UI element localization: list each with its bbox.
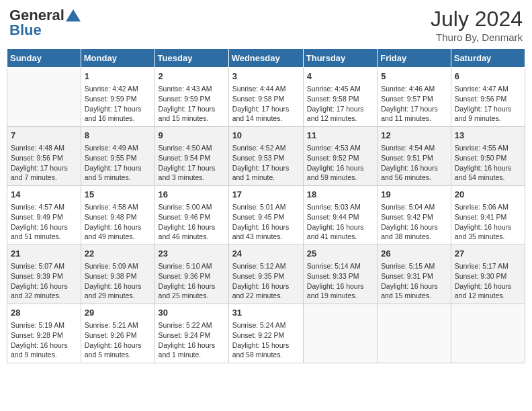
calendar-cell: 31Sunrise: 5:24 AMSunset: 9:22 PMDayligh…: [228, 304, 303, 363]
day-number: 17: [232, 189, 300, 201]
day-number: 14: [11, 189, 77, 201]
day-number: 3: [232, 71, 300, 83]
calendar-cell: 19Sunrise: 5:04 AMSunset: 9:42 PMDayligh…: [378, 186, 451, 245]
logo-blue: Blue: [9, 21, 42, 39]
day-info: Sunrise: 5:04 AMSunset: 9:42 PMDaylight:…: [381, 202, 447, 242]
day-number: 27: [455, 248, 521, 260]
week-row-1: 1Sunrise: 4:42 AMSunset: 9:59 PMDaylight…: [7, 68, 525, 127]
weekday-header-row: SundayMondayTuesdayWednesdayThursdayFrid…: [7, 49, 525, 68]
page-header: General Blue July 2024 Thuro By, Denmark: [7, 7, 525, 43]
day-number: 7: [11, 130, 77, 142]
day-info: Sunrise: 5:14 AMSunset: 9:33 PMDaylight:…: [307, 261, 373, 301]
location-subtitle: Thuro By, Denmark: [431, 32, 523, 43]
calendar-cell: 2Sunrise: 4:43 AMSunset: 9:59 PMDaylight…: [154, 68, 228, 127]
day-info: Sunrise: 5:24 AMSunset: 9:22 PMDaylight:…: [232, 320, 300, 360]
calendar-cell: 12Sunrise: 4:54 AMSunset: 9:51 PMDayligh…: [378, 127, 451, 186]
day-number: 25: [307, 248, 373, 260]
logo: General Blue: [9, 7, 81, 39]
calendar-cell: 1Sunrise: 4:42 AMSunset: 9:59 PMDaylight…: [81, 68, 154, 127]
day-info: Sunrise: 5:10 AMSunset: 9:36 PMDaylight:…: [159, 261, 225, 301]
day-info: Sunrise: 5:21 AMSunset: 9:26 PMDaylight:…: [85, 320, 151, 360]
day-info: Sunrise: 4:42 AMSunset: 9:59 PMDaylight:…: [85, 84, 151, 124]
day-info: Sunrise: 4:47 AMSunset: 9:56 PMDaylight:…: [455, 84, 521, 124]
weekday-header-saturday: Saturday: [451, 49, 525, 68]
calendar-cell: [303, 304, 377, 363]
weekday-header-sunday: Sunday: [7, 49, 81, 68]
day-info: Sunrise: 4:55 AMSunset: 9:50 PMDaylight:…: [455, 143, 521, 183]
week-row-3: 14Sunrise: 4:57 AMSunset: 9:49 PMDayligh…: [7, 186, 525, 245]
calendar-cell: 22Sunrise: 5:09 AMSunset: 9:38 PMDayligh…: [81, 245, 154, 304]
calendar-cell: 15Sunrise: 4:58 AMSunset: 9:48 PMDayligh…: [81, 186, 154, 245]
calendar-cell: 3Sunrise: 4:44 AMSunset: 9:58 PMDaylight…: [228, 68, 303, 127]
calendar-cell: 23Sunrise: 5:10 AMSunset: 9:36 PMDayligh…: [154, 245, 228, 304]
day-info: Sunrise: 4:49 AMSunset: 9:55 PMDaylight:…: [85, 143, 151, 183]
calendar-cell: 14Sunrise: 4:57 AMSunset: 9:49 PMDayligh…: [7, 186, 81, 245]
calendar-cell: 10Sunrise: 4:52 AMSunset: 9:53 PMDayligh…: [228, 127, 303, 186]
calendar-cell: 21Sunrise: 5:07 AMSunset: 9:39 PMDayligh…: [7, 245, 81, 304]
day-number: 16: [159, 189, 225, 201]
calendar-cell: 27Sunrise: 5:17 AMSunset: 9:30 PMDayligh…: [451, 245, 525, 304]
day-info: Sunrise: 4:54 AMSunset: 9:51 PMDaylight:…: [381, 143, 447, 183]
weekday-header-wednesday: Wednesday: [228, 49, 303, 68]
day-number: 15: [85, 189, 151, 201]
month-year-title: July 2024: [431, 7, 523, 32]
day-number: 26: [381, 248, 447, 260]
day-number: 2: [159, 71, 225, 83]
day-number: 22: [85, 248, 151, 260]
day-number: 29: [85, 307, 151, 319]
svg-marker-0: [66, 9, 81, 21]
day-number: 11: [307, 130, 373, 142]
day-info: Sunrise: 5:22 AMSunset: 9:24 PMDaylight:…: [159, 320, 225, 360]
day-info: Sunrise: 5:12 AMSunset: 9:35 PMDaylight:…: [232, 261, 300, 301]
day-info: Sunrise: 4:50 AMSunset: 9:54 PMDaylight:…: [159, 143, 225, 183]
day-number: 24: [232, 248, 300, 260]
day-number: 31: [232, 307, 300, 319]
calendar-cell: 28Sunrise: 5:19 AMSunset: 9:28 PMDayligh…: [7, 304, 81, 363]
day-number: 23: [159, 248, 225, 260]
weekday-header-tuesday: Tuesday: [154, 49, 228, 68]
calendar-cell: 24Sunrise: 5:12 AMSunset: 9:35 PMDayligh…: [228, 245, 303, 304]
day-number: 1: [85, 71, 151, 83]
day-info: Sunrise: 5:19 AMSunset: 9:28 PMDaylight:…: [11, 320, 77, 360]
calendar-cell: 8Sunrise: 4:49 AMSunset: 9:55 PMDaylight…: [81, 127, 154, 186]
day-info: Sunrise: 5:07 AMSunset: 9:39 PMDaylight:…: [11, 261, 77, 301]
day-number: 19: [381, 189, 447, 201]
day-number: 12: [381, 130, 447, 142]
day-info: Sunrise: 5:17 AMSunset: 9:30 PMDaylight:…: [455, 261, 521, 301]
calendar-cell: 6Sunrise: 4:47 AMSunset: 9:56 PMDaylight…: [451, 68, 525, 127]
day-number: 20: [455, 189, 521, 201]
day-info: Sunrise: 4:45 AMSunset: 9:58 PMDaylight:…: [307, 84, 373, 124]
day-info: Sunrise: 5:09 AMSunset: 9:38 PMDaylight:…: [85, 261, 151, 301]
calendar-cell: 7Sunrise: 4:48 AMSunset: 9:56 PMDaylight…: [7, 127, 81, 186]
day-info: Sunrise: 5:15 AMSunset: 9:31 PMDaylight:…: [381, 261, 447, 301]
day-info: Sunrise: 4:52 AMSunset: 9:53 PMDaylight:…: [232, 143, 300, 183]
day-number: 4: [307, 71, 373, 83]
day-number: 13: [455, 130, 521, 142]
day-number: 30: [159, 307, 225, 319]
day-number: 21: [11, 248, 77, 260]
calendar-cell: 16Sunrise: 5:00 AMSunset: 9:46 PMDayligh…: [154, 186, 228, 245]
week-row-4: 21Sunrise: 5:07 AMSunset: 9:39 PMDayligh…: [7, 245, 525, 304]
calendar-table: SundayMondayTuesdayWednesdayThursdayFrid…: [7, 48, 525, 363]
calendar-cell: [451, 304, 525, 363]
calendar-cell: 5Sunrise: 4:46 AMSunset: 9:57 PMDaylight…: [378, 68, 451, 127]
calendar-cell: 17Sunrise: 5:01 AMSunset: 9:45 PMDayligh…: [228, 186, 303, 245]
day-info: Sunrise: 4:43 AMSunset: 9:59 PMDaylight:…: [159, 84, 225, 124]
day-info: Sunrise: 5:01 AMSunset: 9:45 PMDaylight:…: [232, 202, 300, 242]
day-info: Sunrise: 4:53 AMSunset: 9:52 PMDaylight:…: [307, 143, 373, 183]
calendar-cell: 20Sunrise: 5:06 AMSunset: 9:41 PMDayligh…: [451, 186, 525, 245]
day-number: 18: [307, 189, 373, 201]
day-info: Sunrise: 5:00 AMSunset: 9:46 PMDaylight:…: [159, 202, 225, 242]
day-number: 9: [159, 130, 225, 142]
day-info: Sunrise: 4:44 AMSunset: 9:58 PMDaylight:…: [232, 84, 300, 124]
day-info: Sunrise: 5:03 AMSunset: 9:44 PMDaylight:…: [307, 202, 373, 242]
calendar-cell: 13Sunrise: 4:55 AMSunset: 9:50 PMDayligh…: [451, 127, 525, 186]
calendar-cell: 30Sunrise: 5:22 AMSunset: 9:24 PMDayligh…: [154, 304, 228, 363]
day-number: 8: [85, 130, 151, 142]
weekday-header-thursday: Thursday: [303, 49, 377, 68]
day-info: Sunrise: 5:06 AMSunset: 9:41 PMDaylight:…: [455, 202, 521, 242]
calendar-cell: [378, 304, 451, 363]
weekday-header-monday: Monday: [81, 49, 154, 68]
day-info: Sunrise: 4:48 AMSunset: 9:56 PMDaylight:…: [11, 143, 77, 183]
calendar-cell: 25Sunrise: 5:14 AMSunset: 9:33 PMDayligh…: [303, 245, 377, 304]
